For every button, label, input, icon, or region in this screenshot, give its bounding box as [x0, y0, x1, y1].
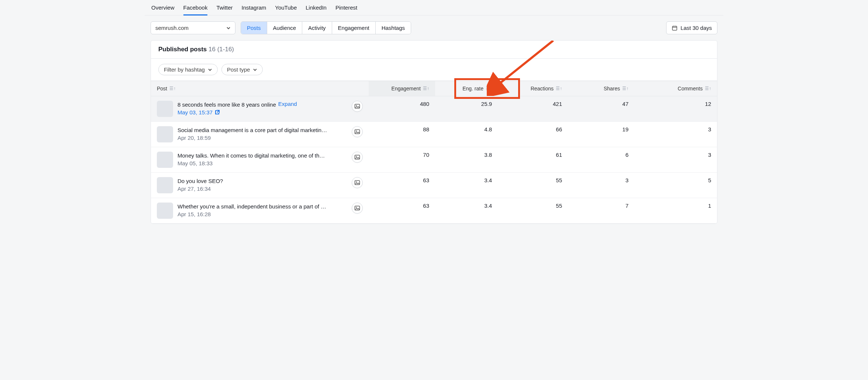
sort-icon: ☰↑ — [423, 86, 429, 91]
cell-reactions: 61 — [556, 152, 562, 158]
cell-reactions: 55 — [556, 177, 562, 183]
segment-hashtags[interactable]: Hashtags — [376, 22, 411, 34]
cell-shares: 47 — [622, 101, 628, 107]
cell-engagement: 70 — [423, 152, 429, 158]
col-reactions[interactable]: Reactions ☰↑ — [498, 81, 568, 96]
segment-activity[interactable]: Activity — [302, 22, 332, 34]
post-thumbnail — [157, 203, 173, 219]
cell-shares: 3 — [626, 177, 628, 183]
post-thumbnail — [157, 101, 173, 117]
cell-comments: 3 — [708, 126, 711, 132]
table-row[interactable]: Do you love SEO?Apr 27, 16:34633.45535 — [151, 173, 717, 198]
post-title: Whether you're a small, independent busi… — [178, 203, 326, 210]
table-header: Post ☰↑ Engagement ☰↑ Eng. rate ☰↑ React… — [151, 81, 717, 96]
svg-rect-0 — [672, 26, 677, 30]
chevron-down-icon — [208, 68, 212, 72]
col-eng-rate[interactable]: Eng. rate ☰↑ — [435, 81, 498, 96]
tab-twitter[interactable]: Twitter — [216, 0, 232, 15]
cell-eng-rate: 3.4 — [484, 177, 492, 183]
segment-posts[interactable]: Posts — [241, 22, 267, 34]
tab-instagram[interactable]: Instagram — [242, 0, 266, 15]
cell-eng-rate: 3.8 — [484, 152, 492, 158]
cell-engagement: 63 — [423, 177, 429, 183]
tab-overview[interactable]: Overview — [151, 0, 175, 15]
filter-posttype-label: Post type — [227, 66, 250, 73]
external-link-icon — [215, 110, 220, 115]
cell-shares: 7 — [626, 203, 628, 209]
post-date: Apr 15, 16:28 — [178, 211, 211, 217]
post-title: Social media management is a core part o… — [178, 127, 327, 133]
filter-hashtag-label: Filter by hashtag — [164, 66, 205, 73]
panel-count: 16 (1-16) — [209, 46, 234, 53]
tab-pinterest[interactable]: Pinterest — [335, 0, 357, 15]
panel-header: Published posts 16 (1-16) — [151, 41, 717, 59]
platform-tabs: OverviewFacebookTwitterInstagramYouTubeL… — [145, 0, 723, 15]
cell-shares: 6 — [626, 152, 628, 158]
post-type-image-icon — [352, 203, 363, 214]
table-row[interactable]: 8 seconds feels more like 8 years online… — [151, 96, 717, 122]
col-engagement[interactable]: Engagement ☰↑ — [369, 81, 435, 96]
post-type-image-icon — [352, 177, 363, 188]
date-range-label: Last 30 days — [681, 25, 712, 31]
col-shares[interactable]: Shares ☰↑ — [568, 81, 634, 96]
post-title: Money talks. When it comes to digital ma… — [178, 152, 325, 159]
tab-youtube[interactable]: YouTube — [275, 0, 297, 15]
table-row[interactable]: Money talks. When it comes to digital ma… — [151, 147, 717, 173]
chevron-down-icon — [253, 68, 257, 72]
domain-value: semrush.com — [155, 25, 189, 31]
cell-shares: 19 — [622, 126, 628, 132]
filter-row: Filter by hashtag Post type — [151, 59, 717, 81]
post-thumbnail — [157, 152, 173, 168]
domain-dropdown[interactable]: semrush.com — [151, 21, 235, 34]
sort-icon: ☰↑ — [556, 86, 562, 91]
filter-posttype[interactable]: Post type — [221, 64, 263, 75]
post-type-image-icon — [352, 152, 363, 163]
sort-icon: ☰↑ — [705, 86, 711, 91]
calendar-icon — [672, 25, 678, 31]
chevron-down-icon — [226, 26, 231, 30]
cell-comments: 5 — [708, 177, 711, 183]
cell-engagement: 480 — [420, 101, 429, 107]
col-post[interactable]: Post ☰↑ — [151, 81, 369, 96]
cell-eng-rate: 3.4 — [484, 203, 492, 209]
post-type-image-icon — [352, 101, 363, 112]
cell-comments: 12 — [705, 101, 711, 107]
sort-icon: ☰↑ — [169, 86, 176, 91]
table-body: 8 seconds feels more like 8 years online… — [151, 96, 717, 224]
filter-hashtag[interactable]: Filter by hashtag — [158, 64, 218, 75]
segment-engagement[interactable]: Engagement — [332, 22, 376, 34]
sort-icon: ☰↑ — [622, 86, 628, 91]
post-date-link[interactable]: May 03, 15:37 — [178, 109, 220, 115]
sort-icon: ☰↑ — [486, 86, 492, 91]
segment-audience[interactable]: Audience — [267, 22, 303, 34]
post-date: Apr 20, 18:59 — [178, 135, 211, 141]
controls-row: semrush.com PostsAudienceActivityEngagem… — [145, 15, 723, 40]
cell-engagement: 88 — [423, 126, 429, 132]
cell-reactions: 55 — [556, 203, 562, 209]
post-thumbnail — [157, 126, 173, 142]
section-segments: PostsAudienceActivityEngagementHashtags — [241, 21, 411, 34]
post-date: May 05, 18:33 — [178, 160, 213, 166]
cell-eng-rate: 4.8 — [484, 126, 492, 132]
post-date: Apr 27, 16:34 — [178, 186, 211, 192]
post-thumbnail — [157, 177, 173, 193]
expand-link[interactable]: Expand — [278, 101, 297, 107]
cell-comments: 3 — [708, 152, 711, 158]
svg-point-9 — [356, 182, 357, 183]
tab-facebook[interactable]: Facebook — [183, 0, 208, 15]
post-title: 8 seconds feels more like 8 years online — [178, 101, 276, 108]
table-row[interactable]: Whether you're a small, independent busi… — [151, 198, 717, 224]
svg-point-7 — [356, 156, 357, 157]
cell-reactions: 421 — [553, 101, 562, 107]
post-title: Do you love SEO? — [178, 178, 223, 184]
date-range-button[interactable]: Last 30 days — [666, 21, 717, 34]
svg-point-5 — [356, 131, 357, 132]
published-posts-panel: Published posts 16 (1-16) Filter by hash… — [151, 40, 717, 224]
cell-eng-rate: 25.9 — [481, 101, 492, 107]
col-comments[interactable]: Comments ☰↑ — [634, 81, 717, 96]
cell-reactions: 66 — [556, 126, 562, 132]
cell-comments: 1 — [708, 203, 711, 209]
table-row[interactable]: Social media management is a core part o… — [151, 122, 717, 147]
tab-linkedin[interactable]: LinkedIn — [306, 0, 327, 15]
svg-point-11 — [356, 207, 357, 208]
